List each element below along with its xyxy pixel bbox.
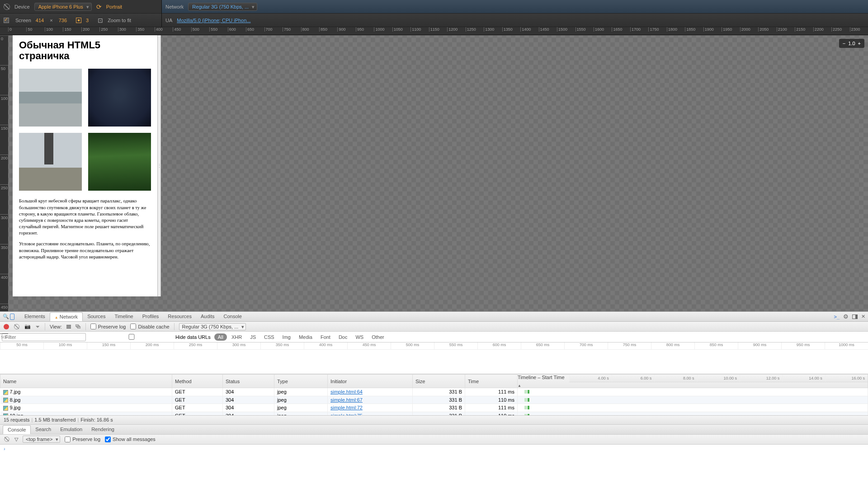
ruler-tick: 2150 xyxy=(795,27,813,32)
tab-profiles[interactable]: Profiles xyxy=(138,312,164,321)
tab-timeline[interactable]: Timeline xyxy=(110,312,137,321)
dock-icon[interactable] xyxy=(852,314,858,319)
filter-pill-font[interactable]: Font xyxy=(317,333,334,341)
close-devtools-icon[interactable] xyxy=(861,314,865,319)
filter-pill-media[interactable]: Media xyxy=(295,333,316,341)
column-header[interactable]: Initiator xyxy=(328,375,413,388)
filter-input[interactable] xyxy=(2,333,86,341)
timeline-tick: 8.00 s xyxy=(654,375,697,382)
column-header[interactable]: Name xyxy=(0,375,172,388)
clear-icon[interactable] xyxy=(14,324,19,329)
filter-pill-img[interactable]: Img xyxy=(279,333,294,341)
waterfall-view-icon[interactable] xyxy=(75,324,81,329)
fit-icon[interactable] xyxy=(98,17,103,24)
device-frame[interactable]: Обычная HTML5 страничка Большой круг неб… xyxy=(13,35,157,296)
zoom-in-icon[interactable]: + xyxy=(858,41,861,46)
table-row[interactable]: 7.jpgGET304jpegsimple.html:64331 B111 ms xyxy=(0,388,868,396)
orientation-label[interactable]: Portrait xyxy=(106,4,122,9)
table-row[interactable]: 8.jpgGET304jpegsimple.html:67331 B110 ms xyxy=(0,396,868,404)
filter-console-icon[interactable]: ▽ xyxy=(14,436,18,442)
tab-elements[interactable]: Elements xyxy=(20,312,50,321)
zoom-fit-label[interactable]: Zoom to fit xyxy=(108,18,131,23)
column-header[interactable]: Size xyxy=(413,375,465,388)
tab-console[interactable]: Console xyxy=(219,312,246,321)
drawer-tab-emulation[interactable]: Emulation xyxy=(56,425,87,433)
clear-console-icon[interactable] xyxy=(4,436,9,441)
timeline-tick: 14.00 s xyxy=(782,375,825,382)
overview-tick: 450 ms xyxy=(347,343,391,349)
filter-pill-xhr[interactable]: XHR xyxy=(228,333,245,341)
hide-data-urls-checkbox[interactable]: Hide data URLs xyxy=(90,334,211,340)
drawer-toggle-icon[interactable] xyxy=(834,314,840,319)
column-header[interactable]: Method xyxy=(172,375,223,388)
tab-sources[interactable]: Sources xyxy=(83,312,110,321)
ruler-tick: 1950 xyxy=(722,27,740,32)
device-select[interactable]: Apple iPhone 6 Plus xyxy=(34,3,92,11)
screen-checkbox-icon[interactable] xyxy=(4,18,9,23)
list-view-icon[interactable] xyxy=(66,325,71,328)
column-header[interactable]: Type xyxy=(274,375,328,388)
ruler-tick: 900 xyxy=(337,27,355,32)
initiator-link[interactable]: simple.html:72 xyxy=(330,405,363,410)
content-image xyxy=(19,133,82,191)
tab-network[interactable]: Network xyxy=(50,312,83,321)
reset-emulation-icon[interactable] xyxy=(4,4,10,10)
table-row[interactable]: 9.jpgGET304jpegsimple.html:72331 B111 ms xyxy=(0,404,868,412)
ruler-tick: 1750 xyxy=(648,27,666,32)
filter-pill-other[interactable]: Other xyxy=(368,333,388,341)
drawer-tab-rendering[interactable]: Rendering xyxy=(87,425,119,433)
screen-height[interactable]: 736 xyxy=(59,18,67,23)
ruler-vertical: 050100150200250300350400450500 xyxy=(0,35,8,311)
filter-pill-all[interactable]: All xyxy=(214,333,227,341)
settings-icon[interactable] xyxy=(843,313,849,320)
console-preserve-checkbox[interactable]: Preserve log xyxy=(65,436,100,442)
ruler-tick: 200 xyxy=(0,155,8,184)
preserve-log-checkbox[interactable]: Preserve log xyxy=(90,324,126,329)
overview-tick: 1000 ms xyxy=(825,343,868,349)
cell-name: 8.jpg xyxy=(0,396,172,404)
device-mode-icon[interactable] xyxy=(10,314,14,320)
filter-pill-doc[interactable]: Doc xyxy=(335,333,351,341)
col-sort-icon[interactable]: Timeline – Start Time4.00 s6.00 s8.00 s1… xyxy=(518,375,868,388)
tab-audits[interactable]: Audits xyxy=(196,312,219,321)
zoom-out-icon[interactable]: − xyxy=(843,41,845,46)
content-paragraph: Большой круг небесной сферы вращает пара… xyxy=(19,198,151,236)
console-prompt[interactable] xyxy=(0,445,868,488)
drawer-tab-search[interactable]: Search xyxy=(31,425,56,433)
content-image xyxy=(19,69,82,127)
timeline-tick: 4.00 s xyxy=(569,375,612,382)
table-row[interactable]: 10.jpgGET304jpegsimple.html:75331 B110 m… xyxy=(0,412,868,415)
filter-toggle-icon[interactable] xyxy=(35,324,40,329)
network-overview[interactable]: 50 ms100 ms150 ms200 ms250 ms300 ms350 m… xyxy=(0,343,868,374)
dpr-value[interactable]: 3 xyxy=(86,18,89,23)
show-all-checkbox[interactable]: Show all messages xyxy=(105,436,156,442)
screenshot-icon[interactable] xyxy=(24,324,31,329)
initiator-link[interactable]: simple.html:64 xyxy=(330,389,363,394)
filter-pill-js[interactable]: JS xyxy=(246,333,259,341)
cell-waterfall xyxy=(518,388,868,396)
disable-cache-checkbox[interactable]: Disable cache xyxy=(130,324,169,329)
screen-width[interactable]: 414 xyxy=(36,18,44,23)
tab-resources[interactable]: Resources xyxy=(163,312,196,321)
column-header[interactable]: Time xyxy=(465,375,518,388)
drawer-tabs: ConsoleSearchEmulationRendering xyxy=(0,425,868,435)
cell-name: 10.jpg xyxy=(0,412,172,415)
network-throttle-select[interactable]: Regular 3G (750 Kbps, ... xyxy=(188,3,257,11)
cell-status: 304 xyxy=(223,396,274,404)
initiator-link[interactable]: simple.html:67 xyxy=(330,397,363,403)
drawer-tab-console[interactable]: Console xyxy=(3,425,31,434)
cell-method: GET xyxy=(172,396,223,404)
throttle-select[interactable]: Regular 3G (750 Kbps, ... xyxy=(179,323,246,330)
overview-tick: 300 ms xyxy=(217,343,260,349)
filter-pill-ws[interactable]: WS xyxy=(352,333,367,341)
splitter-handle[interactable]: ⋮ xyxy=(157,35,161,296)
rotate-icon[interactable] xyxy=(96,3,102,10)
cell-name: 7.jpg xyxy=(0,388,172,396)
column-header[interactable]: Status xyxy=(223,375,274,388)
dpr-icon[interactable] xyxy=(76,18,81,23)
ua-value[interactable]: Mozilla/5.0 (iPhone; CPU iPhon... xyxy=(177,18,250,23)
network-toolbar: View: Preserve log Disable cache Regular… xyxy=(0,322,868,332)
ruler-tick: 1200 xyxy=(447,27,465,32)
filter-pill-css[interactable]: CSS xyxy=(260,333,278,341)
frame-select[interactable]: <top frame> xyxy=(23,436,60,443)
